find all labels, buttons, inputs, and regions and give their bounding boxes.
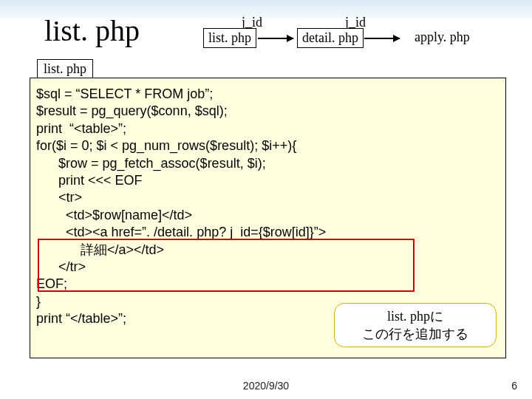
footer-page-number: 6	[511, 380, 517, 392]
flow-box-apply: apply. php	[410, 28, 474, 47]
code-line: 詳細</a></td>	[36, 242, 164, 257]
footer-date: 2020/9/30	[243, 380, 289, 392]
code-line: }	[36, 294, 41, 309]
code-line: print <<< EOF	[36, 173, 143, 188]
code-line: $row = pg_fetch_assoc($result, $i);	[36, 156, 266, 171]
flow-diagram: j_id j_id list. php detail. php apply. p…	[203, 28, 514, 58]
code-line: print “<table>”;	[36, 121, 126, 136]
code-line: <td><a href=”. /detail. php? j_id={$row[…	[36, 225, 326, 239]
code-block: $sql = “SELECT * FROM job”; $result = pg…	[36, 86, 499, 327]
code-tab-label: list. php	[37, 59, 93, 80]
code-line: <td>$row[name]</td>	[36, 208, 192, 222]
code-line: print “</table>”;	[36, 311, 126, 326]
code-panel: $sql = “SELECT * FROM job”; $result = pg…	[30, 78, 506, 358]
callout-text: list. phpに この行を追加する	[362, 307, 468, 344]
slide-title: list. php	[44, 13, 140, 48]
arrow-2	[364, 38, 400, 39]
code-line: EOF;	[36, 276, 67, 291]
code-line: <tr>	[36, 190, 82, 205]
callout-bubble: list. phpに この行を追加する	[334, 303, 497, 347]
code-line: $result = pg_query($conn, $sql);	[36, 103, 228, 118]
flow-box-list: list. php	[203, 28, 256, 48]
arrow-1	[258, 38, 293, 39]
code-line: $sql = “SELECT * FROM job”;	[36, 86, 213, 101]
code-line: for($i = 0; $i < pg_num_rows($result); $…	[36, 138, 296, 153]
code-line: </tr>	[36, 259, 86, 274]
flow-box-detail: detail. php	[297, 28, 364, 48]
